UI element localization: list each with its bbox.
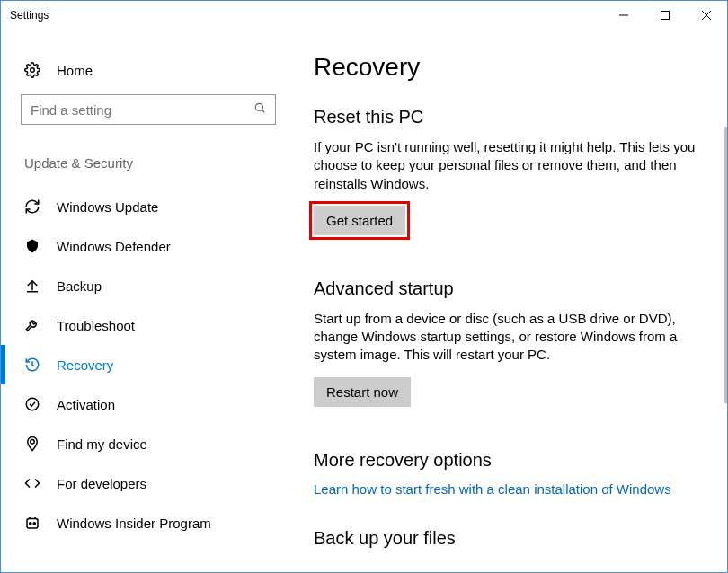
search-box[interactable] <box>21 94 276 125</box>
svg-point-10 <box>31 440 35 445</box>
sidebar-item-label: Windows Insider Program <box>57 516 211 531</box>
section-reset-this-pc: Reset this PC If your PC isn't running w… <box>314 107 707 235</box>
main-panel: Recovery Reset this PC If your PC isn't … <box>289 30 727 572</box>
window-controls <box>603 1 727 30</box>
svg-point-12 <box>30 523 31 525</box>
search-icon <box>253 101 266 118</box>
fresh-install-link[interactable]: Learn how to start fresh with a clean in… <box>314 481 671 497</box>
location-icon <box>24 436 40 452</box>
section-title: Advanced startup <box>314 278 707 299</box>
minimize-button[interactable] <box>603 1 644 30</box>
sidebar-item-windows-insider[interactable]: Windows Insider Program <box>21 503 289 542</box>
sidebar: Home Update & Security Windows Update Wi… <box>1 30 289 572</box>
sidebar-item-recovery[interactable]: Recovery <box>21 345 289 384</box>
section-advanced-startup: Advanced startup Start up from a device … <box>314 278 707 407</box>
section-backup-files: Back up your files <box>314 528 707 549</box>
sidebar-item-find-my-device[interactable]: Find my device <box>21 424 289 463</box>
svg-point-9 <box>26 398 39 410</box>
sidebar-item-label: Find my device <box>57 436 147 452</box>
get-started-button[interactable]: Get started <box>314 206 405 235</box>
shield-icon <box>24 238 40 254</box>
scrollbar[interactable] <box>724 127 727 403</box>
sidebar-item-for-developers[interactable]: For developers <box>21 463 289 503</box>
gear-icon <box>24 62 40 78</box>
category-label: Update & Security <box>21 155 289 171</box>
sidebar-item-label: Windows Defender <box>57 239 171 254</box>
search-input[interactable] <box>31 102 253 118</box>
section-title: More recovery options <box>314 450 707 471</box>
sidebar-item-label: Troubleshoot <box>57 318 135 333</box>
sidebar-item-windows-update[interactable]: Windows Update <box>21 187 289 226</box>
section-desc: Start up from a device or disc (such as … <box>314 310 707 365</box>
sidebar-item-label: For developers <box>57 476 146 491</box>
sidebar-item-windows-defender[interactable]: Windows Defender <box>21 226 289 266</box>
backup-icon <box>24 278 40 294</box>
restart-now-button[interactable]: Restart now <box>314 377 411 407</box>
svg-rect-1 <box>661 12 670 20</box>
section-more-recovery: More recovery options Learn how to start… <box>314 450 707 498</box>
code-icon <box>24 475 40 491</box>
home-label: Home <box>57 63 93 78</box>
svg-point-4 <box>31 68 35 73</box>
history-icon <box>24 357 40 373</box>
insider-icon <box>24 515 40 531</box>
sidebar-item-backup[interactable]: Backup <box>21 266 289 305</box>
wrench-icon <box>24 317 40 333</box>
section-title: Back up your files <box>314 528 707 549</box>
close-button[interactable] <box>686 1 727 30</box>
sidebar-item-label: Windows Update <box>57 199 158 215</box>
page-title: Recovery <box>314 53 707 82</box>
sidebar-item-activation[interactable]: Activation <box>21 384 289 424</box>
sync-icon <box>24 198 40 215</box>
svg-rect-11 <box>27 519 38 529</box>
svg-point-5 <box>255 103 262 110</box>
home-button[interactable]: Home <box>21 57 289 94</box>
section-desc: If your PC isn't running well, resetting… <box>314 138 707 193</box>
sidebar-item-label: Recovery <box>57 357 113 373</box>
check-circle-icon <box>24 396 40 412</box>
sidebar-item-label: Backup <box>57 278 102 294</box>
sidebar-item-troubleshoot[interactable]: Troubleshoot <box>21 305 289 345</box>
section-title: Reset this PC <box>314 107 707 128</box>
svg-line-6 <box>262 110 264 112</box>
svg-point-13 <box>33 523 35 525</box>
titlebar: Settings <box>1 1 727 30</box>
maximize-button[interactable] <box>644 1 686 30</box>
window-title: Settings <box>10 9 49 22</box>
sidebar-item-label: Activation <box>57 397 115 412</box>
